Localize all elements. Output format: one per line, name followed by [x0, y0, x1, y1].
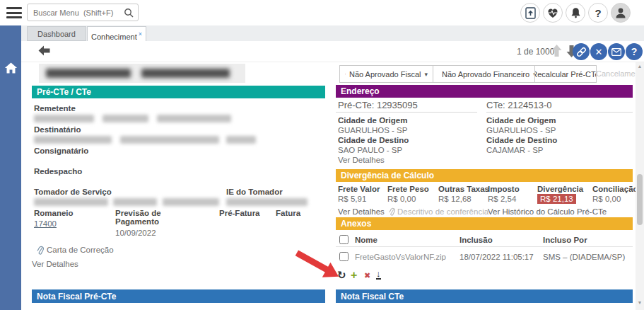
- metric-label: Outras Taxas: [438, 185, 489, 193]
- divergencia-ver-detalhes-link[interactable]: Ver Detalhes: [338, 207, 385, 216]
- paperclip-icon: [36, 246, 44, 255]
- close-record-button[interactable]: ✕: [590, 43, 607, 60]
- link-button[interactable]: [573, 43, 590, 60]
- heart-pulse-icon: [547, 8, 558, 18]
- select-all-checkbox[interactable]: [339, 235, 349, 244]
- paperclip-icon: [388, 207, 395, 216]
- fatura-label: Fatura: [276, 209, 300, 217]
- consignatario-label: Consignatário: [34, 147, 88, 155]
- prev-record-icon[interactable]: [551, 44, 563, 58]
- add-icon[interactable]: +: [351, 269, 357, 282]
- search-input[interactable]: [33, 5, 124, 21]
- metric-value: R$ 12,68: [438, 195, 472, 203]
- left-ver-detalhes-link[interactable]: Ver Detalhes: [32, 260, 78, 268]
- anexos-column-inclusao: Inclusão: [459, 236, 493, 244]
- section-header-pre-cte: Pré-CTe / CTe: [32, 86, 325, 98]
- endereco-header-label: Endereço: [341, 86, 380, 96]
- back-arrow-icon[interactable]: [38, 45, 50, 56]
- thumbs-down-icon: [345, 69, 346, 79]
- download-icon[interactable]: ↓: [376, 270, 381, 280]
- section-header-pre-cte-label: Pré-CTe / CTe: [37, 87, 91, 97]
- tab-conheciment[interactable]: Conheciment×: [87, 26, 146, 41]
- nao-aprovado-fiscal-button[interactable]: Não Aprovado Fiscal ▾: [339, 65, 433, 83]
- new-document-button[interactable]: [520, 3, 540, 23]
- destinatario-value-redacted: [120, 136, 219, 144]
- metric-value: R$ 5,91: [338, 195, 366, 203]
- remetente-value-redacted: [103, 115, 148, 122]
- home-icon[interactable]: [3, 60, 19, 76]
- divergencia-badge: R$ 21,13: [537, 194, 576, 204]
- cte-origem-label: Cidade de Origem: [486, 116, 556, 125]
- pre-fatura-label: Pré-Fatura: [219, 209, 260, 217]
- historico-calculo-link[interactable]: Ver Histórico do Cálculo Pré-CTe: [488, 207, 607, 216]
- row-checkbox[interactable]: [339, 252, 349, 261]
- health-button[interactable]: [543, 3, 563, 23]
- pre-cte-destino-label: Cidade de Destino: [338, 136, 409, 144]
- search-icon[interactable]: [124, 8, 134, 18]
- cte-destino-value: CAJAMAR - SP: [486, 146, 544, 154]
- nota-fiscal-pre-cte-label: Nota Fiscal Pré-CTe: [37, 292, 116, 302]
- scrollbar-down-icon[interactable]: ▼: [636, 300, 644, 305]
- carta-correcao-link[interactable]: Carta de Correção: [47, 246, 114, 254]
- section-header-nota-fiscal-cte: Nota Fiscal CTe: [336, 289, 633, 303]
- metric-label: Frete Peso: [387, 185, 429, 193]
- remetente-value-redacted: [157, 115, 231, 122]
- cte-destino-label: Cidade de Destino: [486, 136, 557, 144]
- romaneio-link[interactable]: 17400: [34, 219, 57, 228]
- help-record-button[interactable]: ?: [626, 43, 643, 60]
- remetente-label: Remetente: [34, 104, 76, 113]
- romaneio-label: Romaneio: [34, 209, 74, 217]
- previsao-label: Previsão de Pagamento: [115, 209, 173, 226]
- nao-aprovado-fiscal-label: Não Aprovado Fiscal: [349, 70, 421, 79]
- section-header-nota-fiscal-pre-cte: Nota Fiscal Pré-CTe: [32, 289, 325, 303]
- nota-fiscal-cte-label: Nota Fiscal CTe: [341, 292, 404, 302]
- help-circle-icon: ?: [631, 47, 638, 57]
- email-icon: [611, 48, 621, 56]
- cte-origem-value: GUARULHOS - SP: [486, 126, 556, 134]
- ie-tomador-value-redacted: [226, 198, 308, 206]
- ie-tomador-label: IE do Tomador: [226, 188, 283, 196]
- recalcular-pre-cte-button[interactable]: Recalcular Pré-CTe: [534, 65, 597, 83]
- delete-icon[interactable]: ✖: [364, 271, 370, 280]
- tomador-label: Tomador de Serviço: [34, 188, 112, 196]
- destinatario-value-redacted: [226, 136, 256, 144]
- tomador-value-redacted: [34, 198, 108, 206]
- metric-label: Imposto: [488, 185, 520, 193]
- tab-conheciment-label: Conheciment: [91, 33, 137, 41]
- user-avatar[interactable]: [611, 3, 631, 23]
- anexo-incluso-por: SMS – (DIADEMA/SP): [543, 253, 625, 261]
- anexos-column-nome: Nome: [355, 236, 377, 244]
- metric-label: Conciliação: [592, 185, 638, 193]
- nao-aprovado-financeiro-button[interactable]: Não Aprovado Financeiro ▾: [433, 65, 535, 83]
- notifications-button[interactable]: [566, 3, 585, 23]
- chevron-down-icon: ▾: [424, 71, 428, 78]
- tab-dashboard-label: Dashboard: [37, 30, 76, 38]
- section-header-anexos: Anexos: [336, 217, 633, 230]
- tab-close-icon[interactable]: ×: [139, 30, 142, 38]
- section-header-divergencia: Divergência de Cálculo: [336, 169, 633, 182]
- pre-cte-destino-value: SAO PAULO - SP: [338, 146, 402, 154]
- menu-icon[interactable]: [6, 7, 22, 18]
- nao-aprovado-financeiro-label: Não Aprovado Financeiro: [442, 70, 529, 79]
- bell-icon: [570, 7, 581, 18]
- metric-label: Frete Valor: [338, 185, 380, 193]
- metric-value: R$ 0,00: [387, 195, 416, 203]
- descritivo-conferencia-link-disabled: Descritivo de conferência: [397, 207, 488, 216]
- endereco-ver-detalhes-link[interactable]: Ver Detalhes: [338, 156, 385, 164]
- help-button[interactable]: ?: [588, 3, 608, 23]
- redespacho-label: Redespacho: [34, 167, 82, 176]
- anexo-nome[interactable]: FreteGastoVsValorNF.zip: [355, 253, 446, 261]
- menu-search: [27, 4, 139, 21]
- destinatario-value-redacted: [34, 136, 112, 144]
- tab-bar: Dashboard Conheciment×: [21, 25, 644, 41]
- new-document-icon: [525, 7, 536, 19]
- anexos-column-incluso-por: Incluso Por: [543, 236, 587, 244]
- link-icon: [576, 47, 587, 57]
- destinatario-label: Destinatário: [34, 125, 81, 134]
- scrollbar-up-icon[interactable]: ▲: [636, 64, 644, 69]
- email-button[interactable]: [608, 43, 625, 60]
- remetente-value-redacted: [34, 115, 94, 122]
- annotation-arrow: [291, 248, 343, 288]
- tab-dashboard[interactable]: Dashboard: [27, 26, 86, 41]
- scrollbar-thumb[interactable]: [637, 174, 643, 225]
